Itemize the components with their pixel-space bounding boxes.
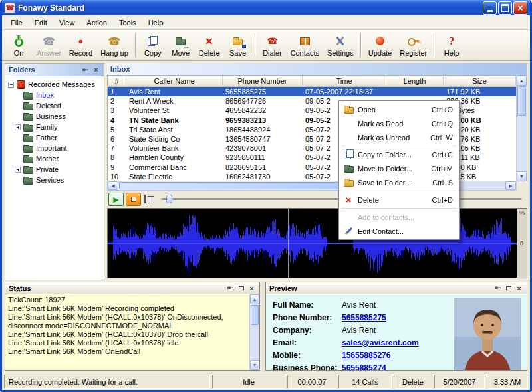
menu-item-mark-as-read[interactable]: Mark as ReadCtrl+Q (340, 116, 458, 130)
expand-icon[interactable] (15, 124, 21, 130)
toolbar-contacts-button[interactable]: Contacts (287, 32, 323, 59)
maximize-button[interactable] (498, 1, 512, 15)
column-header-caller[interactable]: Caller Name (126, 76, 223, 87)
menu-view[interactable]: View (53, 17, 81, 29)
menu-file[interactable]: File (5, 17, 29, 29)
toolbar-hangup-button[interactable]: ☎Hang up (96, 32, 132, 59)
status-line: Line:'Smart Link 56K Modem' OnEndCall (8, 347, 246, 356)
menu-item-open[interactable]: OpenCtrl+O (340, 102, 458, 116)
tree-item-important[interactable]: Important (5, 143, 104, 153)
toolbar-answer-button[interactable]: ☎Answer (33, 32, 65, 59)
tree-root-recorded-messages[interactable]: Recorded Messages (5, 79, 104, 90)
toolbar-copy-button[interactable]: Copy (139, 32, 167, 59)
scroll-up-icon[interactable] (517, 76, 527, 86)
tree-item-deleted[interactable]: Deleted (5, 100, 104, 111)
tree-item-mother[interactable]: Mother (5, 153, 104, 164)
toolbar-save-button[interactable]: Save (224, 32, 252, 59)
pin-icon[interactable] (226, 284, 235, 292)
column-header-phone[interactable]: Phone Number (223, 76, 303, 87)
inbox-header: Inbox (107, 63, 527, 76)
status-panel: Status TickCount: 18927 Line:'Smart Link… (5, 282, 260, 371)
menu-action[interactable]: Action (80, 17, 113, 29)
phone-link[interactable]: 5655885275 (342, 313, 386, 322)
pin-icon[interactable] (493, 284, 502, 292)
menu-item-move-to-folder[interactable]: →Move to Folder...Ctrl+M (340, 161, 458, 175)
collapse-icon[interactable] (8, 82, 14, 88)
menu-item-mark-as-unread[interactable]: Mark as UnreadCtrl+W (340, 130, 458, 144)
toolbar-on-button[interactable]: On (5, 32, 33, 59)
vertical-scrollbar[interactable] (249, 294, 259, 370)
menu-shortcut: Ctrl+O (432, 106, 456, 114)
tree-item-family[interactable]: Family (5, 122, 104, 132)
maximize-panel-icon[interactable] (237, 284, 245, 292)
tree-item-father[interactable]: Father (5, 132, 104, 143)
vertical-scrollbar[interactable] (516, 76, 527, 181)
mobile-link[interactable]: 15655885276 (342, 351, 390, 360)
menu-tools[interactable]: Tools (113, 17, 142, 29)
play-button[interactable]: ▶ (108, 193, 124, 206)
toolbar-update-button[interactable]: Update (364, 32, 396, 59)
toolbar-delete-button[interactable]: ×Delete (195, 32, 224, 59)
close-icon[interactable] (92, 66, 100, 74)
menu-separator (342, 191, 456, 191)
bottom-panels: Status TickCount: 18927 Line:'Smart Link… (2, 280, 530, 373)
toolbar-settings-button[interactable]: Settings (323, 32, 358, 59)
cell-num: 5 (108, 125, 126, 134)
save-disk-icon (242, 45, 246, 48)
expand-icon[interactable] (15, 167, 21, 173)
titlebar[interactable]: ☎ Fonawy Standard (2, 0, 530, 15)
scroll-left-icon[interactable] (108, 181, 118, 190)
slider-thumb[interactable] (166, 195, 172, 203)
tree-item-private[interactable]: Private (5, 164, 104, 175)
menu-edit[interactable]: Edit (29, 17, 53, 29)
toolbar-label: Settings (327, 49, 354, 57)
scrollbar-thumb[interactable] (119, 182, 348, 189)
maximize-panel-icon[interactable] (504, 284, 513, 292)
toolbar-move-button[interactable]: →Move (167, 32, 195, 59)
statusbar-message: Recording completed. Waiting for a call. (4, 375, 210, 389)
menu-item-copy-to-folder[interactable]: Copy to Folder...Ctrl+C (340, 147, 458, 161)
toolbar-dialer-button[interactable]: ☎Dialer (259, 32, 287, 59)
tree-item-business[interactable]: Business (5, 111, 104, 122)
toolbar-register-button[interactable]: Register (396, 32, 431, 59)
tree-item-inbox[interactable]: Inbox (5, 90, 104, 100)
column-header-num[interactable]: # (108, 76, 126, 87)
field-label: Phone Number: (273, 313, 342, 322)
toolbar-label: Record (69, 49, 92, 57)
record-to-file-button[interactable] (126, 193, 141, 206)
scroll-up-icon[interactable] (250, 294, 259, 304)
close-button[interactable] (513, 1, 527, 15)
menu-item-edit-contact[interactable]: Edit Contact... (340, 224, 458, 238)
column-header-size[interactable]: Size (444, 76, 516, 87)
table-row[interactable]: 1Avis Rent565588527507-05-2007 22:18:371… (108, 87, 516, 96)
cell-caller: Volunteer St (126, 106, 223, 115)
close-icon[interactable] (247, 284, 256, 292)
statusbar-call-count: 14 Calls (338, 375, 392, 389)
column-header-length[interactable]: Length (386, 76, 444, 87)
email-link[interactable]: sales@avisrent.com (342, 338, 419, 347)
toolbar-help-button[interactable]: ?Help (438, 32, 466, 59)
scroll-right-icon[interactable] (505, 181, 516, 190)
column-header-time[interactable]: Time (303, 76, 386, 87)
toolbar-label: Contacts (291, 49, 319, 57)
scrollbar-thumb[interactable] (517, 86, 526, 116)
menu-help[interactable]: Help (142, 17, 170, 29)
scrollbar-thumb[interactable] (251, 305, 259, 325)
tree-item-services[interactable]: Services (5, 175, 104, 185)
minimize-button[interactable] (483, 1, 497, 15)
menu-item-save-to-folder[interactable]: Save to Folder...Ctrl+S (340, 175, 458, 189)
waveform-display: % 0 (107, 208, 527, 278)
close-icon[interactable] (515, 284, 523, 292)
scroll-down-icon[interactable] (250, 360, 259, 370)
contacts-book-icon (300, 37, 310, 45)
business-phone-link[interactable]: 5655885274 (342, 363, 386, 371)
cell-num: 4 (108, 116, 126, 125)
menu-item-delete[interactable]: ×DeleteCtrl+D (340, 193, 458, 207)
pin-icon[interactable] (81, 66, 90, 74)
message-table: # Caller Name Phone Number Time Length S… (107, 76, 527, 181)
toolbar-record-button[interactable]: ●Record (65, 32, 96, 59)
menu-item-add-to-contacts[interactable]: Add to contacts... (340, 210, 458, 224)
cell-num: 3 (108, 106, 126, 115)
scroll-down-icon[interactable] (517, 171, 527, 181)
menu-item-label: Open (358, 106, 429, 114)
